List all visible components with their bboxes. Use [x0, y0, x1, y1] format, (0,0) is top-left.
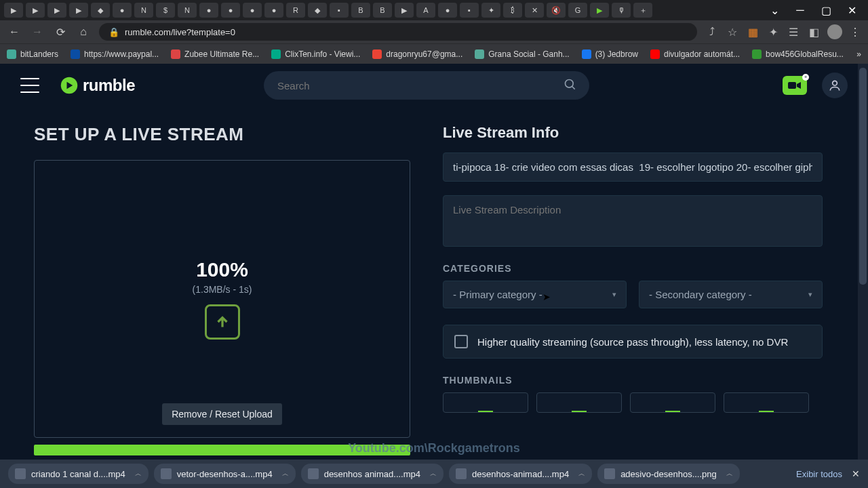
- download-item[interactable]: criando 1 canal d....mp4︿: [8, 464, 149, 484]
- tab[interactable]: ●: [264, 3, 283, 18]
- maximize-icon[interactable]: ▢: [814, 3, 838, 18]
- share-icon[interactable]: ⤴: [705, 25, 719, 39]
- bookmark-item[interactable]: Grana Social - Ganh...: [475, 49, 569, 59]
- extension-icon[interactable]: ▦: [746, 25, 760, 39]
- main-content: SET UP A LIVE STREAM 100% (1.3MB/s - 1s)…: [0, 107, 868, 472]
- bookmark-item[interactable]: ClixTen.info - Viewi...: [271, 49, 360, 59]
- hamburger-menu-icon[interactable]: [20, 78, 39, 93]
- tab[interactable]: ▶: [47, 3, 66, 18]
- file-icon: [456, 468, 467, 479]
- chevron-down-icon: ▾: [808, 290, 812, 299]
- checkbox[interactable]: [454, 335, 468, 348]
- tab[interactable]: ◆: [308, 3, 327, 18]
- bookmark-item[interactable]: (3) Jedbrow: [582, 49, 638, 59]
- secondary-category-select[interactable]: - Secondary category -▾: [639, 281, 823, 308]
- back-icon[interactable]: ←: [7, 24, 22, 39]
- tab[interactable]: $: [156, 3, 175, 18]
- rumble-logo[interactable]: rumble: [60, 76, 135, 95]
- svg-rect-3: [788, 82, 796, 89]
- svg-point-4: [833, 81, 837, 85]
- tab[interactable]: ●: [199, 3, 218, 18]
- tab[interactable]: ▶: [395, 3, 414, 18]
- new-tab-button[interactable]: ＋: [633, 3, 652, 18]
- thumbnail-option[interactable]: [630, 392, 715, 413]
- download-item[interactable]: desenhos-animad....mp4︿: [449, 464, 592, 484]
- bookmarks-overflow-icon[interactable]: »: [856, 49, 861, 59]
- tab[interactable]: N: [134, 3, 153, 18]
- chevron-up-icon[interactable]: ︿: [726, 469, 733, 479]
- categories-label: CATEGORIES: [443, 263, 823, 274]
- tab[interactable]: B: [351, 3, 370, 18]
- reload-icon[interactable]: ⟳: [53, 24, 68, 39]
- go-live-button[interactable]: +: [783, 76, 807, 95]
- tab-dropdown-icon[interactable]: ⌄: [762, 3, 787, 18]
- bookmarks-bar: bitLanders https://www.paypal... Zubee U…: [0, 43, 868, 64]
- tab[interactable]: ●: [113, 3, 132, 18]
- thumbnail-option[interactable]: [724, 392, 809, 413]
- primary-category-select[interactable]: - Primary category -▾: [443, 281, 627, 308]
- scrollbar-thumb[interactable]: [859, 68, 867, 285]
- tab[interactable]: N: [178, 3, 197, 18]
- tab[interactable]: ▶: [4, 3, 23, 18]
- stream-description-input[interactable]: [443, 195, 823, 247]
- tab[interactable]: ▶: [590, 3, 609, 18]
- tab[interactable]: R: [286, 3, 305, 18]
- file-icon: [308, 468, 319, 479]
- upload-rate: (1.3MB/s - 1s): [193, 284, 252, 295]
- download-item[interactable]: adesivo-desenhos....png︿: [597, 464, 740, 484]
- remove-upload-button[interactable]: Remove / Reset Upload: [162, 403, 282, 425]
- close-window-icon[interactable]: ✕: [840, 3, 864, 18]
- tab[interactable]: ●: [438, 3, 457, 18]
- close-shelf-icon[interactable]: ✕: [852, 468, 860, 479]
- bookmark-item[interactable]: https://www.paypal...: [71, 49, 159, 59]
- bookmark-item[interactable]: dragonryu67@gma...: [372, 49, 462, 59]
- chevron-up-icon[interactable]: ︿: [135, 469, 142, 479]
- chevron-up-icon[interactable]: ︿: [282, 469, 289, 479]
- home-icon[interactable]: ⌂: [76, 24, 91, 39]
- download-item[interactable]: desenhos animad....mp4︿: [301, 464, 443, 484]
- star-icon[interactable]: ☆: [726, 25, 739, 39]
- forward-icon[interactable]: →: [30, 24, 45, 39]
- file-icon: [161, 468, 172, 479]
- tab[interactable]: 🎙: [612, 3, 631, 18]
- quality-checkbox-row[interactable]: Higher quality streaming (source pass th…: [443, 325, 823, 359]
- thumbnail-option[interactable]: [443, 392, 528, 413]
- reading-list-icon[interactable]: ☰: [787, 25, 800, 39]
- address-bar[interactable]: 🔒 rumble.com/live?template=0: [99, 23, 697, 41]
- site-header: rumble +: [0, 64, 868, 107]
- tab[interactable]: ₿: [503, 3, 522, 18]
- upload-drop-zone[interactable]: 100% (1.3MB/s - 1s) Remove / Reset Uploa…: [34, 160, 410, 438]
- chevron-up-icon[interactable]: ︿: [430, 469, 437, 479]
- download-item[interactable]: vetor-desenhos-a....mp4︿: [154, 464, 296, 484]
- sidepanel-icon[interactable]: ◧: [807, 25, 821, 39]
- chevron-up-icon[interactable]: ︿: [578, 469, 585, 479]
- thumbnail-option[interactable]: [536, 392, 622, 413]
- tab[interactable]: ▶: [26, 3, 45, 18]
- tab[interactable]: ▶: [69, 3, 88, 18]
- tab[interactable]: ●: [221, 3, 240, 18]
- show-all-downloads-button[interactable]: Exibir todos: [796, 469, 842, 479]
- tab[interactable]: A: [416, 3, 435, 18]
- profile-avatar[interactable]: [827, 24, 842, 39]
- tab[interactable]: ◆: [91, 3, 110, 18]
- bookmark-item[interactable]: Zubee Ultimate Re...: [171, 49, 259, 59]
- minimize-icon[interactable]: ─: [788, 3, 812, 18]
- tab[interactable]: ✦: [481, 3, 500, 18]
- thumbnails-label: THUMBNAILS: [443, 375, 823, 386]
- tab[interactable]: ▪: [330, 3, 349, 18]
- tab-muted[interactable]: 🔇: [547, 3, 566, 18]
- extensions-icon[interactable]: ✦: [766, 25, 780, 39]
- bookmark-item[interactable]: bow456GlobalResu...: [752, 49, 844, 59]
- user-menu-icon[interactable]: [822, 73, 848, 98]
- tab[interactable]: G: [568, 3, 587, 18]
- tab[interactable]: B: [373, 3, 392, 18]
- tab-active[interactable]: ✕: [525, 3, 544, 18]
- search-icon[interactable]: [564, 78, 577, 94]
- search-input[interactable]: [264, 71, 589, 100]
- bookmark-item[interactable]: divulgador automát...: [650, 49, 740, 59]
- tab[interactable]: ▪: [460, 3, 479, 18]
- tab[interactable]: ●: [243, 3, 262, 18]
- stream-title-input[interactable]: [443, 152, 823, 182]
- chrome-menu-icon[interactable]: ⋮: [849, 24, 861, 39]
- bookmark-item[interactable]: bitLanders: [7, 49, 58, 59]
